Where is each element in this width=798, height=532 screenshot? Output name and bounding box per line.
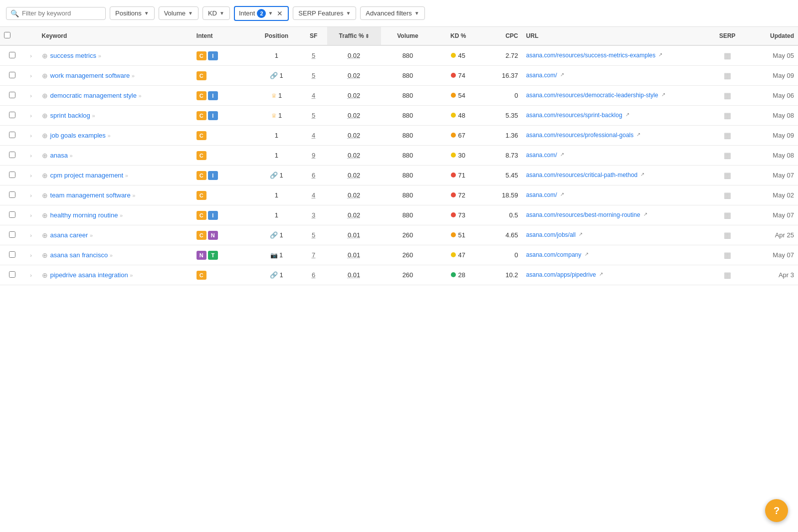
volume-cell: 880 [381,106,435,126]
row-expand[interactable]: › [24,225,38,245]
url-link[interactable]: asana.com/apps/pipedrive [526,271,596,279]
select-all-checkbox[interactable] [4,32,10,38]
row-checkbox[interactable] [9,132,15,138]
row-checkbox-cell[interactable] [0,86,24,106]
row-checkbox[interactable] [9,112,15,118]
row-checkbox[interactable] [9,191,15,198]
row-checkbox[interactable] [9,231,15,238]
row-expand[interactable]: › [24,126,38,146]
help-button[interactable]: ? [765,499,788,522]
keyword-link[interactable]: success metrics [50,52,96,59]
url-link[interactable]: asana.com/jobs/all [526,231,576,239]
serp-cell[interactable]: ▦ [711,45,744,66]
row-checkbox-cell[interactable] [0,146,24,166]
col-header-kd: KD % [434,27,481,45]
url-link[interactable]: asana.com/company [526,251,582,259]
row-expand[interactable]: › [24,185,38,205]
row-checkbox[interactable] [9,172,15,178]
keyword-link[interactable]: work management software [50,72,130,79]
row-checkbox-cell[interactable] [0,166,24,185]
row-expand[interactable]: › [24,205,38,225]
intent-tag-c: C [197,91,206,100]
row-checkbox-cell[interactable] [0,205,24,225]
keyword-link[interactable]: job goals examples [50,132,106,139]
traffic-value: 0.02 [348,172,360,179]
url-cell: asana.com/ ↗ [522,185,711,205]
url-link[interactable]: asana.com/resources/success-metrics-exam… [526,52,655,60]
row-expand[interactable]: › [24,166,38,185]
row-expand[interactable]: › [24,245,38,265]
serp-features-filter[interactable]: SERP Features ▼ [293,6,356,20]
keyword-link[interactable]: cpm project management [50,172,124,179]
serp-icon: ▦ [724,91,731,100]
row-checkbox[interactable] [9,92,15,98]
url-cell: asana.com/resources/professional-goals ↗ [522,126,711,146]
serp-cell[interactable]: ▦ [711,126,744,146]
serp-cell[interactable]: ▦ [711,106,744,126]
keyword-link[interactable]: democratic management style [50,92,137,99]
keyword-link[interactable]: anasa [50,152,68,159]
row-expand[interactable]: › [24,45,38,66]
row-checkbox-cell[interactable] [0,45,24,66]
row-checkbox-cell[interactable] [0,245,24,265]
kd-filter[interactable]: KD ▼ [202,6,230,20]
url-link[interactable]: asana.com/resources/critical-path-method [526,172,637,179]
col-header-check[interactable] [0,27,24,45]
external-link-icon: ↗ [560,191,564,197]
row-checkbox-cell[interactable] [0,66,24,86]
row-expand[interactable]: › [24,86,38,106]
row-checkbox-cell[interactable] [0,225,24,245]
serp-cell[interactable]: ▦ [711,166,744,185]
url-link[interactable]: asana.com/resources/best-morning-routine [526,211,640,219]
intent-filter[interactable]: Intent 2 ▼ ✕ [234,6,289,21]
intent-tag-i: I [208,51,218,60]
row-checkbox[interactable] [9,72,15,78]
col-header-traffic[interactable]: Traffic %⇕ [327,27,381,45]
row-expand[interactable]: › [24,265,38,285]
serp-cell[interactable]: ▦ [711,66,744,86]
keyword-link[interactable]: sprint backlog [50,112,90,119]
advanced-filters-button[interactable]: Advanced filters ▼ [360,6,424,20]
row-checkbox[interactable] [9,52,15,58]
row-checkbox[interactable] [9,152,15,158]
sf-number: 6 [312,172,315,179]
row-checkbox-cell[interactable] [0,185,24,205]
url-link[interactable]: asana.com/resources/sprint-backlog [526,112,622,120]
table-row: › ⊕ sprint backlog » CI ♕ 1 5 0.02 880 4… [0,106,798,126]
url-link[interactable]: asana.com/ [526,72,557,80]
row-checkbox[interactable] [9,211,15,218]
row-expand[interactable]: › [24,146,38,166]
sf-cell: 5 [300,225,327,245]
positions-filter[interactable]: Positions ▼ [110,6,155,20]
url-link[interactable]: asana.com/ [526,191,557,199]
row-checkbox[interactable] [9,251,15,258]
row-checkbox-cell[interactable] [0,126,24,146]
keyword-link[interactable]: asana career [50,231,88,239]
serp-cell[interactable]: ▦ [711,205,744,225]
url-link[interactable]: asana.com/ [526,152,557,160]
row-checkbox-cell[interactable] [0,106,24,126]
url-link[interactable]: asana.com/resources/professional-goals [526,132,633,140]
serp-cell[interactable]: ▦ [711,265,744,285]
url-link[interactable]: asana.com/resources/democratic-leadershi… [526,92,658,100]
volume-filter[interactable]: Volume ▼ [159,6,199,20]
serp-cell[interactable]: ▦ [711,185,744,205]
keyword-link[interactable]: pipedrive asana integration [50,271,128,279]
serp-cell[interactable]: ▦ [711,146,744,166]
search-input[interactable] [22,9,97,17]
traffic-cell: 0.02 [327,66,381,86]
serp-icon: ▦ [724,171,731,179]
serp-cell[interactable]: ▦ [711,245,744,265]
row-checkbox-cell[interactable] [0,265,24,285]
row-expand[interactable]: › [24,106,38,126]
keyword-link[interactable]: healthy morning routine [50,211,118,219]
intent-clear-button[interactable]: ✕ [276,9,284,17]
search-box[interactable]: 🔍 [6,7,106,20]
row-expand[interactable]: › [24,66,38,86]
row-checkbox[interactable] [9,271,15,278]
serp-cell[interactable]: ▦ [711,225,744,245]
keyword-link[interactable]: team management software [50,191,131,199]
keyword-link[interactable]: asana san francisco [50,251,108,259]
keyword-plus-icon: ⊕ [42,72,48,80]
serp-cell[interactable]: ▦ [711,86,744,106]
